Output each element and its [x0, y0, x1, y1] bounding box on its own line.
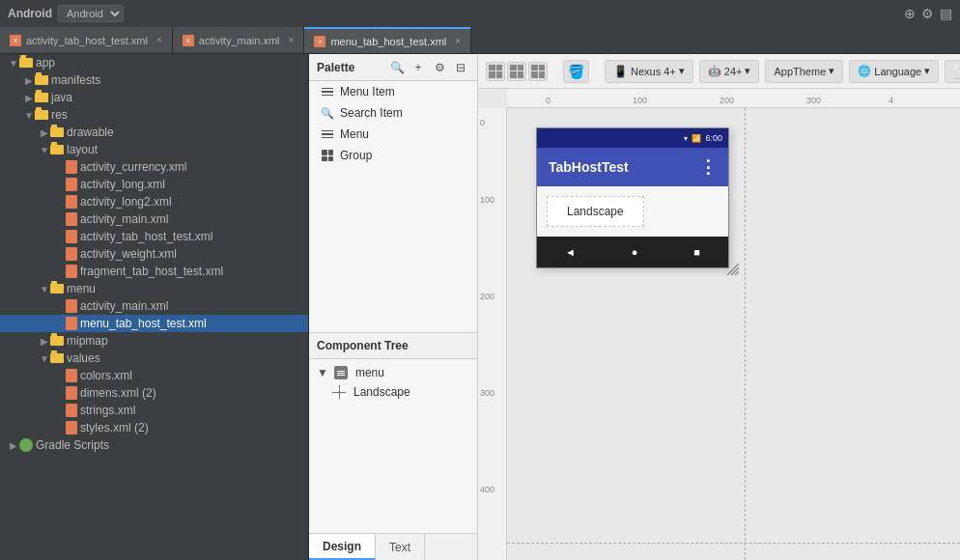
tab-close-btn[interactable]: × — [156, 35, 162, 45]
tree-item-dimens[interactable]: dimens.xml (2) — [0, 384, 308, 402]
tab-activity-main[interactable]: x activity_main.xml × — [173, 27, 305, 53]
tree-item-styles[interactable]: styles.xml (2) — [0, 419, 308, 436]
folder-icon — [35, 75, 48, 85]
tab-menu-tab-host[interactable]: x menu_tab_host_test.xml × — [304, 27, 471, 53]
tree-item-activity-long2[interactable]: activity_long2.xml — [0, 193, 308, 210]
time-label: 6:00 — [705, 133, 722, 143]
tree-item-label: colors.xml — [80, 369, 132, 382]
language-btn[interactable]: 🌐 Language ▾ — [849, 60, 939, 83]
device-screen-btn[interactable]: ⬜▾ — [945, 60, 960, 83]
tree-item-gradle-scripts[interactable]: ▶ Gradle Scripts — [0, 436, 308, 454]
tree-item-label: manifests — [51, 73, 100, 87]
xml-file-icon — [66, 317, 77, 330]
boundary-line-h — [507, 543, 960, 544]
tab-text[interactable]: Text — [376, 534, 425, 560]
xml-file-icon: x — [314, 36, 325, 47]
palette-item-group[interactable]: Group — [309, 145, 477, 166]
api-level-btn[interactable]: 🤖 24+ ▾ — [699, 60, 760, 83]
palette-search-btn[interactable]: 🔍 — [388, 59, 406, 76]
layout-block-btn1[interactable] — [486, 62, 505, 81]
xml-file-icon: x — [183, 35, 194, 46]
tree-item-java[interactable]: ▶ java — [0, 89, 308, 106]
component-item-landscape[interactable]: Landscape — [309, 382, 477, 402]
layout-block-btn2[interactable] — [507, 62, 526, 81]
toolbar-settings-icon[interactable]: ⚙ — [921, 6, 934, 21]
tree-item-menu-tab-host[interactable]: menu_tab_host_test.xml — [0, 315, 308, 332]
tab-design[interactable]: Design — [309, 534, 376, 560]
tree-item-mipmap[interactable]: ▶ mipmap — [0, 332, 308, 350]
tree-item-activity-main-menu[interactable]: activity_main.xml — [0, 297, 308, 315]
palette-item-menu[interactable]: Menu — [309, 124, 477, 145]
tab-activity-tab-host[interactable]: x activity_tab_host_test.xml × — [0, 27, 173, 53]
tab-close-btn[interactable]: × — [289, 35, 295, 45]
ruler-mark-200: 200 — [720, 96, 734, 105]
component-item-label: Landscape — [353, 385, 410, 399]
tree-item-menu-folder[interactable]: ▼ menu — [0, 280, 308, 297]
xml-file-icon — [66, 299, 77, 313]
palette-actions: 🔍 + ⚙ ⊟ — [388, 59, 469, 76]
palette-item-label: Menu — [340, 127, 369, 141]
resize-icon — [725, 262, 739, 275]
component-tree-content: ▼ menu Landscape — [309, 359, 477, 533]
ruler-mark-0: 0 — [546, 96, 551, 105]
tab-close-btn[interactable]: × — [455, 36, 461, 46]
ruler-vmark-400: 400 — [480, 485, 494, 494]
text-tab-label: Text — [389, 541, 410, 554]
tree-item-activity-main-layout[interactable]: activity_main.xml — [0, 210, 308, 228]
canvas-area[interactable]: 0 100 200 300 4 0 100 200 300 400 — [478, 89, 960, 560]
theme-btn[interactable]: AppTheme ▾ — [765, 60, 843, 83]
tree-item-activity-weight[interactable]: activity_weight.xml — [0, 245, 308, 263]
palette-item-label: Search Item — [340, 106, 403, 120]
tree-item-colors[interactable]: colors.xml — [0, 367, 308, 384]
design-text-tab-bar: Design Text — [309, 533, 477, 560]
palette-item-menu-item[interactable]: Menu Item — [309, 81, 477, 102]
api-label: 24+ — [724, 66, 743, 77]
palette-config-btn[interactable]: ⚙ — [431, 59, 448, 76]
tree-item-label: activity_weight.xml — [80, 247, 177, 261]
ruler-vmark-100: 100 — [480, 195, 494, 205]
phone-overflow-menu[interactable]: ⋮ — [699, 156, 717, 178]
vertical-ruler: 0 100 200 300 400 — [478, 108, 507, 560]
palette-header: Palette 🔍 + ⚙ ⊟ — [309, 54, 477, 81]
toolbar-add-icon[interactable]: ⊕ — [904, 6, 916, 21]
tree-item-values[interactable]: ▼ values — [0, 350, 308, 367]
top-bar-title: Android — [8, 7, 52, 20]
layout-block-btn3[interactable] — [528, 62, 548, 81]
ruler-vmark-0: 0 — [480, 118, 485, 127]
tree-item-res[interactable]: ▼ res — [0, 106, 308, 124]
middle-panel: Palette 🔍 + ⚙ ⊟ Menu Item 🔍 — [309, 54, 478, 560]
toolbar-layout-icon[interactable]: ▤ — [940, 6, 952, 21]
tree-expand-arrow: ▼ — [317, 366, 328, 379]
home-btn[interactable]: ● — [632, 246, 638, 258]
tree-item-label: activity_main.xml — [80, 212, 168, 226]
theme-dropdown-icon: ▾ — [829, 65, 834, 77]
xml-file-icon — [66, 178, 77, 191]
palette-collapse-btn[interactable]: ⊟ — [452, 59, 469, 76]
tree-item-strings[interactable]: strings.xml — [0, 402, 308, 419]
back-btn[interactable]: ◄ — [565, 246, 576, 258]
tree-item-drawable[interactable]: ▶ drawable — [0, 124, 308, 141]
tree-item-layout[interactable]: ▼ layout — [0, 141, 308, 158]
tree-item-manifests[interactable]: ▶ manifests — [0, 71, 308, 89]
svg-line-0 — [731, 267, 739, 275]
tree-item-app[interactable]: ▼ app — [0, 54, 308, 71]
tree-arrow: ▼ — [39, 284, 50, 294]
color-bucket-btn[interactable]: 🪣 — [563, 60, 589, 83]
device-selector-btn[interactable]: 📱 Nexus 4+ ▾ — [605, 60, 693, 83]
resize-handle[interactable] — [725, 262, 739, 278]
tree-item-activity-long[interactable]: activity_long.xml — [0, 176, 308, 193]
recent-btn[interactable]: ■ — [693, 246, 700, 258]
tree-arrow: ▶ — [23, 93, 35, 103]
tree-item-fragment-tab-host[interactable]: fragment_tab_host_test.xml — [0, 263, 308, 280]
tree-item-activity-tab-host-layout[interactable]: activity_tab_host_test.xml — [0, 228, 308, 245]
landscape-label: Landscape — [547, 196, 644, 227]
canvas-content[interactable]: ▾ 📶 6:00 TabHostTest ⋮ Landscape — [507, 108, 960, 560]
android-version-dropdown[interactable]: Android — [58, 5, 124, 22]
component-item-menu[interactable]: ▼ menu — [309, 363, 477, 382]
tree-item-activity-currency[interactable]: activity_currency.xml — [0, 158, 308, 176]
palette-add-btn[interactable]: + — [409, 59, 427, 76]
component-item-label: menu — [355, 366, 384, 379]
palette-item-search-item[interactable]: 🔍 Search Item — [309, 102, 477, 124]
xml-file-icon — [66, 160, 77, 174]
component-menu-icon — [334, 366, 348, 379]
